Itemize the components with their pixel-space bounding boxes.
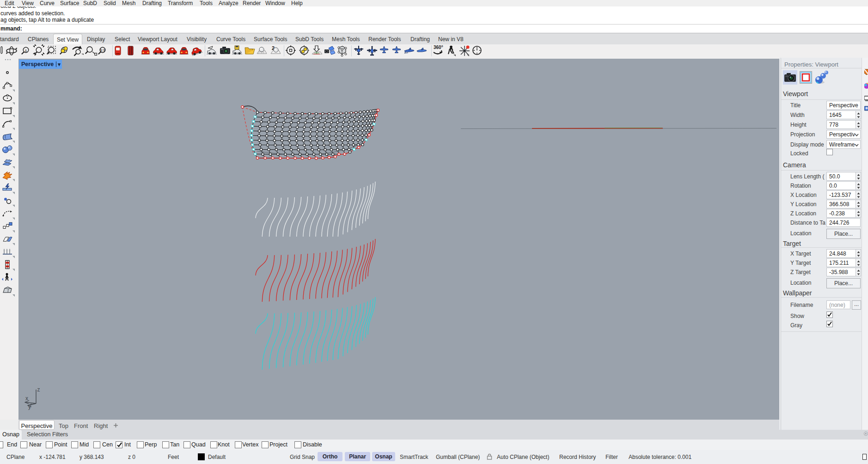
svg-text:1:1: 1:1 <box>100 48 105 52</box>
svg-text:360°: 360° <box>434 45 443 50</box>
svg-text:x: x <box>25 395 28 402</box>
svg-text:z: z <box>37 386 40 393</box>
svg-text:±: ± <box>25 48 27 53</box>
svg-text:y: y <box>28 403 31 410</box>
